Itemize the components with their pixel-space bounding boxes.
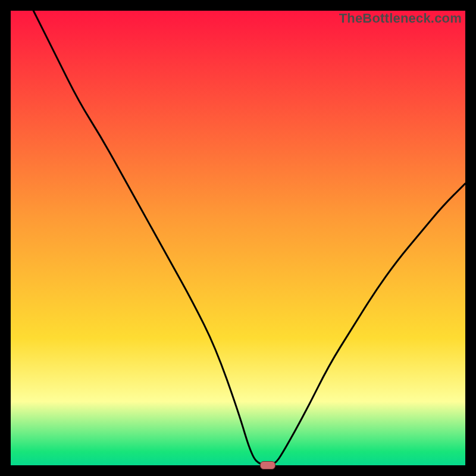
plot-area: TheBottleneck.com — [11, 11, 465, 465]
bottleneck-curve — [11, 11, 465, 465]
chart-frame: TheBottleneck.com — [0, 0, 476, 476]
optimal-point-marker — [260, 461, 275, 469]
